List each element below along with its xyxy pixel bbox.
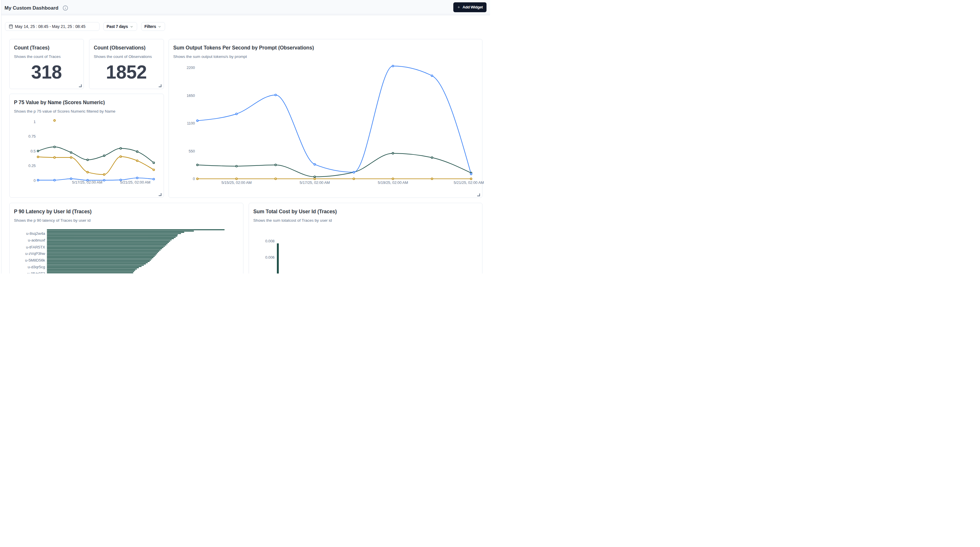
- svg-text:5/21/25, 02:00 AM: 5/21/25, 02:00 AM: [453, 180, 484, 184]
- svg-text:5/15/25, 02:00 AM: 5/15/25, 02:00 AM: [221, 180, 251, 184]
- svg-text:0.008: 0.008: [265, 239, 274, 243]
- svg-text:u-8sq2w4a: u-8sq2w4a: [26, 231, 45, 236]
- svg-text:u-5M8D56k: u-5M8D56k: [25, 258, 45, 262]
- svg-text:0.5: 0.5: [30, 149, 35, 153]
- svg-text:u-zVqP3hw: u-zVqP3hw: [25, 251, 45, 256]
- svg-text:0.006: 0.006: [265, 255, 274, 260]
- svg-text:u-d3qr5cg: u-d3qr5cg: [28, 265, 45, 269]
- svg-text:0.25: 0.25: [28, 163, 35, 168]
- svg-text:5/17/25, 02:00 AM: 5/17/25, 02:00 AM: [72, 180, 102, 184]
- svg-text:5/19/25, 02:00 AM: 5/19/25, 02:00 AM: [378, 180, 408, 184]
- svg-text:5/17/25, 02:00 AM: 5/17/25, 02:00 AM: [299, 180, 329, 184]
- svg-text:0: 0: [33, 178, 35, 182]
- svg-text:1: 1: [33, 119, 35, 124]
- svg-text:u-tFAR5TX: u-tFAR5TX: [26, 245, 45, 249]
- svg-text:2200: 2200: [186, 65, 195, 70]
- svg-text:u-8fVa9T3: u-8fVa9T3: [27, 271, 45, 274]
- svg-text:0.75: 0.75: [28, 134, 35, 138]
- svg-text:1650: 1650: [186, 93, 195, 97]
- svg-text:1100: 1100: [187, 121, 195, 125]
- svg-text:u-aobnuxf: u-aobnuxf: [28, 238, 45, 243]
- svg-text:0: 0: [193, 177, 195, 181]
- svg-text:5/21/25, 02:00 AM: 5/21/25, 02:00 AM: [120, 180, 150, 184]
- svg-text:550: 550: [189, 149, 195, 153]
